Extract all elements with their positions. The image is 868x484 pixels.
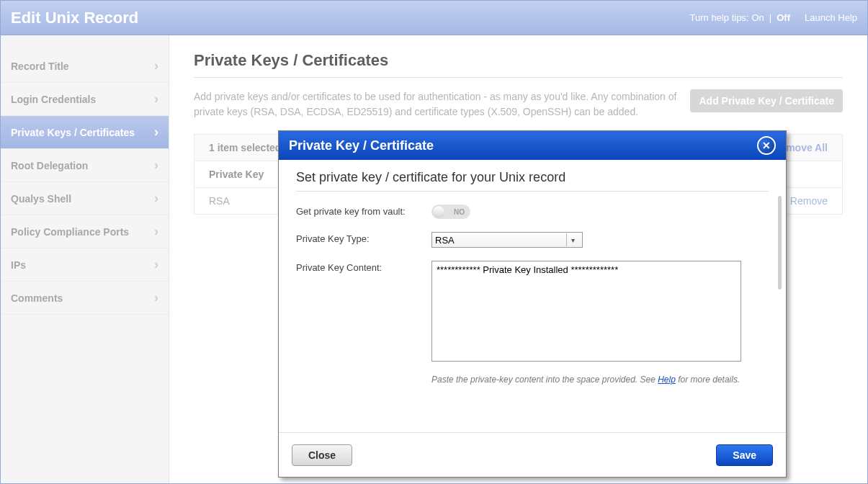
form-row-content: Private Key Content: [296, 261, 769, 362]
form-row-type: Private Key Type: RSA ▾ [296, 232, 769, 248]
sidebar-item-label: Comments [11, 292, 63, 304]
key-type-value: RSA [209, 195, 230, 207]
sidebar-item-comments[interactable]: Comments › [1, 282, 169, 315]
sidebar-item-label: Root Delegation [11, 160, 88, 171]
header-help-controls: Turn help tips: On | Off Launch Help [690, 12, 857, 23]
sidebar-item-label: Login Credentials [11, 94, 96, 105]
add-private-key-button[interactable]: Add Private Key / Certificate [690, 89, 843, 112]
content-hint: Paste the private-key content into the s… [431, 375, 769, 385]
launch-help-link[interactable]: Launch Help [805, 12, 857, 23]
toggle-no-label: NO [454, 208, 465, 216]
key-content-textarea[interactable] [431, 261, 741, 362]
sidebar-item-ips[interactable]: IPs › [1, 248, 169, 282]
chevron-right-icon: › [154, 125, 158, 140]
separator: | [769, 12, 771, 23]
hint-pre: Paste the private-key content into the s… [431, 375, 658, 385]
sidebar-item-label: Private Keys / Certificates [11, 127, 135, 138]
sidebar-item-root-delegation[interactable]: Root Delegation › [1, 149, 169, 182]
help-tips-off[interactable]: Off [777, 12, 790, 23]
header-bar: Edit Unix Record Turn help tips: On | Of… [1, 1, 867, 35]
close-button[interactable]: Close [292, 444, 352, 466]
close-icon[interactable]: ✕ [757, 136, 776, 155]
page-title: Edit Unix Record [11, 9, 138, 27]
sidebar-item-policy-compliance-ports[interactable]: Policy Compliance Ports › [1, 215, 169, 248]
sidebar-item-record-title[interactable]: Record Title › [1, 50, 169, 83]
sidebar-item-private-keys[interactable]: Private Keys / Certificates › [1, 116, 169, 149]
chevron-right-icon: › [154, 91, 158, 107]
items-selected-label: 1 item selected [209, 142, 281, 153]
key-type-select[interactable]: RSA ▾ [431, 232, 583, 248]
private-key-modal: Private Key / Certificate ✕ Set private … [278, 130, 787, 478]
description-row: Add private keys and/or certificates to … [194, 89, 843, 120]
scrollbar[interactable] [778, 196, 782, 290]
sidebar-item-label: Policy Compliance Ports [11, 226, 129, 238]
section-title: Private Keys / Certificates [194, 51, 843, 78]
vault-toggle[interactable]: NO [431, 205, 470, 219]
save-button[interactable]: Save [716, 444, 773, 466]
hint-post: for more details. [676, 375, 740, 385]
sidebar-item-label: Record Title [11, 60, 69, 72]
chevron-right-icon: › [154, 290, 158, 305]
column-header: Private Key [209, 169, 264, 180]
modal-title: Private Key / Certificate [289, 138, 434, 153]
help-link[interactable]: Help [658, 375, 676, 385]
sidebar-item-label: Qualys Shell [11, 193, 71, 205]
modal-body: Set private key / certificate for your U… [279, 160, 786, 432]
modal-footer: Close Save [279, 432, 786, 477]
section-description: Add private keys and/or certificates to … [194, 89, 681, 120]
help-tips-on[interactable]: On [751, 12, 764, 23]
help-tips-label: Turn help tips: [690, 12, 749, 23]
form-row-vault: Get private key from vault: NO [296, 205, 769, 219]
chevron-down-icon: ▾ [566, 233, 579, 246]
content-label: Private Key Content: [296, 261, 431, 273]
remove-link[interactable]: Remove [790, 195, 828, 207]
vault-label: Get private key from vault: [296, 205, 431, 217]
sidebar-item-login-credentials[interactable]: Login Credentials › [1, 83, 169, 116]
select-value: RSA [435, 235, 455, 246]
chevron-right-icon: › [154, 191, 158, 206]
chevron-right-icon: › [154, 58, 158, 73]
chevron-right-icon: › [154, 158, 158, 173]
type-label: Private Key Type: [296, 232, 431, 244]
modal-subhead: Set private key / certificate for your U… [296, 170, 769, 192]
sidebar-item-label: IPs [11, 259, 26, 271]
chevron-right-icon: › [154, 224, 158, 239]
modal-header: Private Key / Certificate ✕ [279, 131, 786, 160]
sidebar-item-qualys-shell[interactable]: Qualys Shell › [1, 182, 169, 215]
chevron-right-icon: › [154, 257, 158, 272]
sidebar: Record Title › Login Credentials › Priva… [1, 35, 169, 484]
toggle-knob [433, 206, 444, 218]
